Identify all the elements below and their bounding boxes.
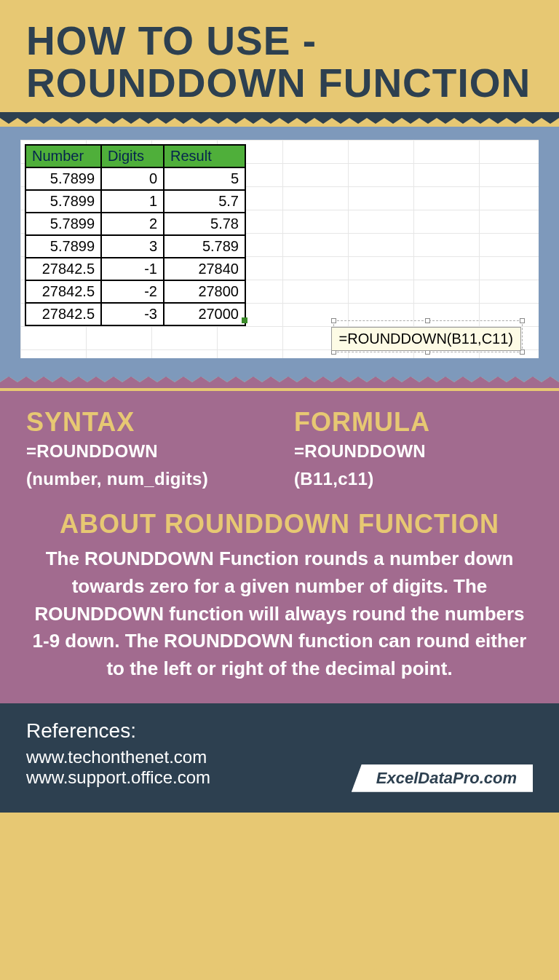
- syntax-block: SYNTAX =ROUNDDOWN (number, num_digits): [26, 407, 265, 494]
- cell: 5.789: [164, 235, 245, 258]
- header: HOW TO USE - ROUNDDOWN FUNCTION: [0, 0, 559, 112]
- syntax-line1: =ROUNDDOWN: [26, 438, 265, 465]
- cell: 5.7899: [25, 213, 101, 235]
- header-number: Number: [25, 145, 101, 167]
- cell: 27842.5: [25, 280, 101, 303]
- title-line1: HOW TO USE -: [26, 18, 317, 63]
- zigzag-divider: [0, 112, 559, 124]
- excel-screenshot: Number Digits Result 5.789905 5.789915.7…: [20, 140, 539, 358]
- about-body: The ROUNDDOWN Function rounds a number d…: [26, 545, 533, 682]
- header-result: Result: [164, 145, 245, 167]
- formula-line1: =ROUNDDOWN: [294, 438, 533, 465]
- cell: 5.7899: [25, 190, 101, 213]
- cell-fill-handle: [242, 317, 247, 323]
- cell: 5: [164, 167, 245, 190]
- table-row: 5.789935.789: [25, 235, 245, 258]
- table-row: 5.789925.78: [25, 213, 245, 235]
- references-heading: References:: [26, 719, 533, 743]
- cell: 1: [101, 190, 164, 213]
- selection-handle: [520, 318, 525, 323]
- formula-heading: FORMULA: [294, 407, 533, 438]
- selection-handle: [331, 318, 336, 323]
- table-row: 27842.5-227800: [25, 280, 245, 303]
- reference-link: www.techonthenet.com: [26, 747, 533, 767]
- formula-line2: (B11,c11): [294, 465, 533, 493]
- cell: 5.7899: [25, 235, 101, 258]
- table-row: 27842.5-127840: [25, 258, 245, 280]
- cell: 2: [101, 213, 164, 235]
- table-row: 5.789915.7: [25, 190, 245, 213]
- cell: 5.7: [164, 190, 245, 213]
- title-line2: ROUNDDOWN FUNCTION: [26, 60, 531, 106]
- watermark-badge: ExcelDataPro.com: [352, 764, 533, 792]
- cell: -3: [101, 303, 164, 325]
- cell: -1: [101, 258, 164, 280]
- table-row: 5.789905: [25, 167, 245, 190]
- cell: 27800: [164, 280, 245, 303]
- syntax-line2: (number, num_digits): [26, 465, 265, 493]
- cell: 27842.5: [25, 303, 101, 325]
- cell: 27000: [164, 303, 245, 325]
- cell: 0: [101, 167, 164, 190]
- syntax-heading: SYNTAX: [26, 407, 265, 438]
- example-table: Number Digits Result 5.789905 5.789915.7…: [25, 144, 246, 326]
- cell: 27842.5: [25, 258, 101, 280]
- about-heading: ABOUT ROUNDDOWN FUNCTION: [26, 509, 533, 540]
- zigzag-divider: [0, 968, 559, 980]
- selection-handle: [425, 318, 430, 323]
- cell: 5.78: [164, 213, 245, 235]
- page-title: HOW TO USE - ROUNDDOWN FUNCTION: [26, 20, 533, 105]
- table-row: 27842.5-327000: [25, 303, 245, 325]
- cell: 27840: [164, 258, 245, 280]
- cell: 3: [101, 235, 164, 258]
- references-section: References: www.techonthenet.com www.sup…: [0, 703, 559, 813]
- info-section: SYNTAX =ROUNDDOWN (number, num_digits) F…: [0, 391, 559, 703]
- formula-block: FORMULA =ROUNDDOWN (B11,c11): [294, 407, 533, 494]
- example-section: Number Digits Result 5.789905 5.789915.7…: [0, 127, 559, 377]
- zigzag-divider: [0, 376, 559, 388]
- cell: 5.7899: [25, 167, 101, 190]
- cell: -2: [101, 280, 164, 303]
- table-header-row: Number Digits Result: [25, 145, 245, 167]
- formula-tooltip: =ROUNDDOWN(B11,C11): [331, 327, 521, 351]
- header-digits: Digits: [101, 145, 164, 167]
